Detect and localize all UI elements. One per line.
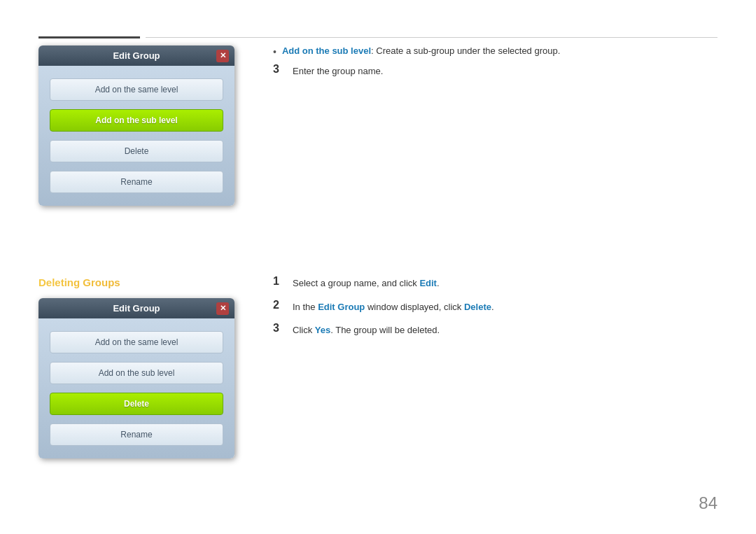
step-number-2-s2: 2 bbox=[273, 299, 293, 311]
link-edit-group-s2: Edit Group bbox=[318, 302, 365, 312]
link-yes-s2: Yes bbox=[315, 325, 330, 335]
window-body-2: Add on the same level Add on the sub lev… bbox=[38, 318, 234, 458]
step-text-3-s2: Click Yes. The group will be deleted. bbox=[293, 323, 718, 337]
step-text-3-s1: Enter the group name. bbox=[293, 64, 718, 78]
step-2-section2: 2 In the Edit Group window displayed, cl… bbox=[273, 300, 718, 314]
step-text-2-s2: In the Edit Group window displayed, clic… bbox=[293, 300, 718, 314]
step-number-3-s2: 3 bbox=[273, 322, 293, 335]
step-3-section1: 3 Enter the group name. bbox=[273, 64, 718, 78]
section2-right-content: 1 Select a group name, and click Edit. 2… bbox=[273, 276, 718, 347]
btn-add-sub-level-2[interactable]: Add on the sub level bbox=[50, 362, 223, 384]
bullet-item-1: • Add on the sub level: Create a sub-gro… bbox=[273, 45, 718, 57]
btn-add-sub-level-1[interactable]: Add on the sub level bbox=[50, 109, 223, 132]
btn-rename-1[interactable]: Rename bbox=[50, 171, 223, 193]
bullet-link-1: Add on the sub level bbox=[282, 45, 371, 56]
step-1-section2: 1 Select a group name, and click Edit. bbox=[273, 276, 718, 290]
btn-rename-2[interactable]: Rename bbox=[50, 423, 223, 446]
step-3-section2: 3 Click Yes. The group will be deleted. bbox=[273, 323, 718, 337]
section2-heading: Deleting Groups bbox=[38, 276, 234, 288]
link-delete-s2: Delete bbox=[464, 302, 491, 312]
bullet-dot-1: • bbox=[273, 46, 276, 57]
window-close-btn-2[interactable]: ✕ bbox=[216, 302, 229, 315]
window-titlebar-1: Edit Group ✕ bbox=[38, 45, 234, 66]
section1-window-container: Edit Group ✕ Add on the same level Add o… bbox=[38, 45, 234, 206]
divider-dark bbox=[38, 36, 140, 38]
page-number: 84 bbox=[699, 493, 718, 513]
btn-delete-1[interactable]: Delete bbox=[50, 140, 223, 162]
window-titlebar-2: Edit Group ✕ bbox=[38, 298, 234, 318]
window-body-1: Add on the same level Add on the sub lev… bbox=[38, 66, 234, 206]
section2-container: Deleting Groups Edit Group ✕ Add on the … bbox=[38, 276, 234, 458]
link-edit-s2: Edit bbox=[419, 278, 437, 288]
step-number-3-s1: 3 bbox=[273, 63, 293, 76]
divider-light bbox=[146, 37, 718, 38]
window-close-btn-1[interactable]: ✕ bbox=[216, 50, 229, 62]
btn-add-same-level-2[interactable]: Add on the same level bbox=[50, 331, 223, 353]
edit-group-window-1: Edit Group ✕ Add on the same level Add o… bbox=[38, 45, 234, 206]
bullet-text-1: Add on the sub level: Create a sub-group… bbox=[282, 45, 560, 56]
top-divider bbox=[38, 36, 718, 38]
edit-group-window-2: Edit Group ✕ Add on the same level Add o… bbox=[38, 298, 234, 458]
step-number-1-s2: 1 bbox=[273, 275, 293, 288]
btn-delete-2[interactable]: Delete bbox=[50, 393, 223, 415]
bullet-rest-1: : Create a sub-group under the selected … bbox=[371, 45, 560, 56]
window-title-2: Edit Group bbox=[113, 303, 160, 314]
section1-right-content: • Add on the sub level: Create a sub-gro… bbox=[273, 45, 718, 88]
btn-add-same-level-1[interactable]: Add on the same level bbox=[50, 78, 223, 101]
window-title-1: Edit Group bbox=[113, 50, 160, 61]
step-text-1-s2: Select a group name, and click Edit. bbox=[293, 276, 718, 290]
